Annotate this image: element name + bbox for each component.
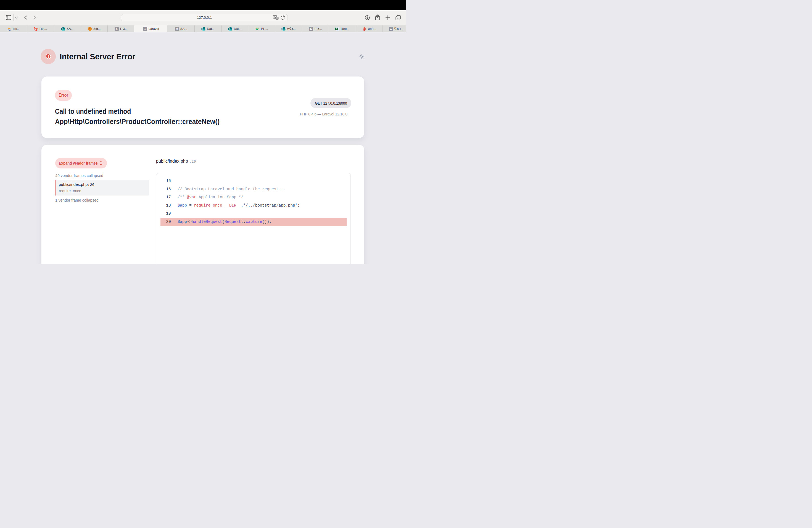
svg-text:S: S — [282, 28, 283, 30]
svg-text:S: S — [62, 28, 63, 30]
svg-text:S: S — [202, 28, 203, 30]
svg-text:S: S — [229, 28, 230, 30]
svg-text:W: W — [256, 27, 258, 30]
svg-text:3: 3 — [258, 27, 259, 29]
svg-text:X: X — [336, 28, 337, 30]
svg-text:PMA: PMA — [8, 29, 11, 31]
